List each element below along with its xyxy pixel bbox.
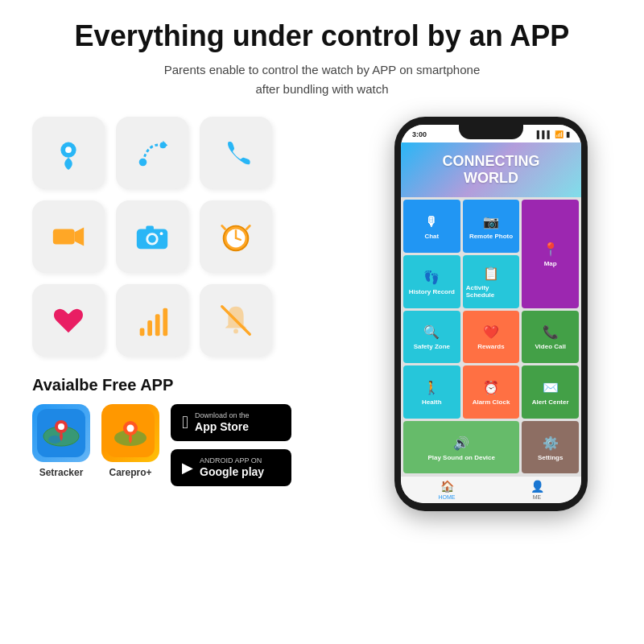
tile-history[interactable]: 👣 History Record [403,255,460,308]
icon-card-video [32,200,105,273]
no-bell-icon [217,302,254,339]
icon-card-filter-bars [116,284,188,357]
location-pin-icon [50,134,87,171]
svg-marker-6 [75,228,85,246]
app-title-line1: CONNECTING [443,153,540,169]
icons-grid [32,117,354,357]
alert-icon: ✉️ [543,380,559,395]
available-section: Avaialbe Free APP [32,376,354,486]
status-icons: ▌▌▌ 📶 ▮ [537,130,570,138]
google-play-big-label: Google play [200,464,264,479]
icon-card-location [32,117,105,189]
icon-card-heart [32,284,105,357]
rewards-label: Rewards [477,343,504,350]
nav-home[interactable]: 🏠 HOME [439,480,456,500]
icon-card-clock [200,200,272,273]
settings-icon: ⚙️ [543,436,559,451]
status-time: 3:00 [412,130,427,138]
health-label: Health [422,398,441,406]
page: Everything under control by an APP Paren… [0,0,644,644]
history-label: History Record [409,288,455,295]
me-nav-label: ME [533,494,542,500]
safety-label: Safety Zone [414,343,450,350]
google-play-button[interactable]: ▶ ANDROID APP ON Google play [171,449,291,486]
route-icon [134,134,171,171]
svg-point-20 [233,329,238,334]
content-row: Avaialbe Free APP [32,117,612,628]
tile-health[interactable]: 🚶 Health [403,365,460,419]
svg-rect-5 [53,229,75,245]
app-store-small-label: Download on the [195,412,250,419]
app-tile-grid: 🎙 Chat 📷 Remote Photo 📍 Map 👣 [401,197,581,476]
google-play-small-label: ANDROID APP ON [200,457,264,464]
nav-me[interactable]: 👤 ME [530,480,544,500]
tile-remote-photo[interactable]: 📷 Remote Photo [463,200,520,253]
subtitle: Parents enable to control the watch by A… [164,60,480,99]
tile-alarm[interactable]: ⏰ Alarm Clock [463,365,520,419]
tile-safety[interactable]: 🔍 Safety Zone [403,311,460,364]
chat-icon: 🎙 [425,215,438,229]
activity-label: Activity Schedule [466,284,517,299]
bottom-nav: 🏠 HOME 👤 ME [401,476,581,503]
me-nav-icon: 👤 [530,480,544,493]
tile-settings[interactable]: ⚙️ Settings [522,421,579,474]
phone-device: 3:00 ▌▌▌ 📶 ▮ CONNECTING WORLD [394,117,588,511]
carepro-label: Carepro+ [109,467,151,478]
svg-point-31 [127,425,134,432]
tile-activity[interactable]: 📋 Activity Schedule [463,255,520,308]
tile-map[interactable]: 📍 Map [522,200,579,308]
phone-screen: 3:00 ▌▌▌ 📶 ▮ CONNECTING WORLD [401,125,581,503]
store-buttons:  Download on the App Store ▶ ANDROID AP… [171,404,291,486]
svg-point-25 [48,436,61,444]
app-title-line2: WORLD [464,170,518,186]
battery-icon: ▮ [566,130,570,138]
available-title: Avaialbe Free APP [32,376,354,394]
history-icon: 👣 [423,270,440,285]
subtitle-line2: after bundling with watch [255,82,388,96]
app-setracker-block: Setracker [32,404,90,478]
phone-notch [459,125,523,139]
tile-video-call[interactable]: 📞 Video Call [522,311,579,364]
health-icon: 🚶 [423,380,440,395]
svg-rect-19 [163,308,167,336]
chat-label: Chat [424,233,439,240]
app-store-button[interactable]:  Download on the App Store [171,404,291,441]
apple-icon:  [182,412,188,433]
tile-rewards[interactable]: ❤️ Rewards [463,311,520,364]
tile-play-sound[interactable]: 🔊 Play Sound on Device [403,421,519,474]
google-play-icon: ▶ [182,459,193,477]
icon-card-camera [116,200,188,273]
video-call-label: Video Call [535,343,566,350]
setracker-label: Setracker [39,467,84,478]
map-icon: 📍 [543,242,559,257]
app-header-title: CONNECTING WORLD [443,153,540,188]
carepro-map-icon [106,409,155,457]
tile-alert[interactable]: ✉️ Alert Center [522,365,579,419]
carepro-logo [101,404,159,462]
subtitle-line1: Parents enable to control the watch by A… [164,63,480,76]
alert-label: Alert Center [532,398,569,406]
svg-rect-18 [155,315,160,336]
home-nav-label: HOME [439,494,456,500]
rewards-icon: ❤️ [483,324,499,340]
filter-bars-icon [134,302,171,339]
svg-point-11 [160,233,163,236]
app-header: CONNECTING WORLD [401,142,581,197]
tile-chat[interactable]: 🎙 Chat [403,200,460,253]
settings-label: Settings [538,454,564,461]
signal-icon: ▌▌▌ [537,130,552,138]
setracker-logo [32,404,90,462]
svg-point-27 [58,423,64,430]
alarm-label: Alarm Clock [473,398,510,406]
app-store-big-label: App Store [195,419,250,434]
app-store-text: Download on the App Store [195,412,250,434]
icon-card-no-bell [200,284,272,357]
icon-card-phone [200,117,272,189]
remote-photo-icon: 📷 [483,214,499,229]
alarm-icon: ⏰ [483,380,499,395]
safety-icon: 🔍 [423,324,440,340]
svg-rect-16 [140,328,145,336]
svg-rect-17 [147,320,152,336]
setracker-map-icon [37,409,85,457]
main-title: Everything under control by an APP [75,19,570,52]
